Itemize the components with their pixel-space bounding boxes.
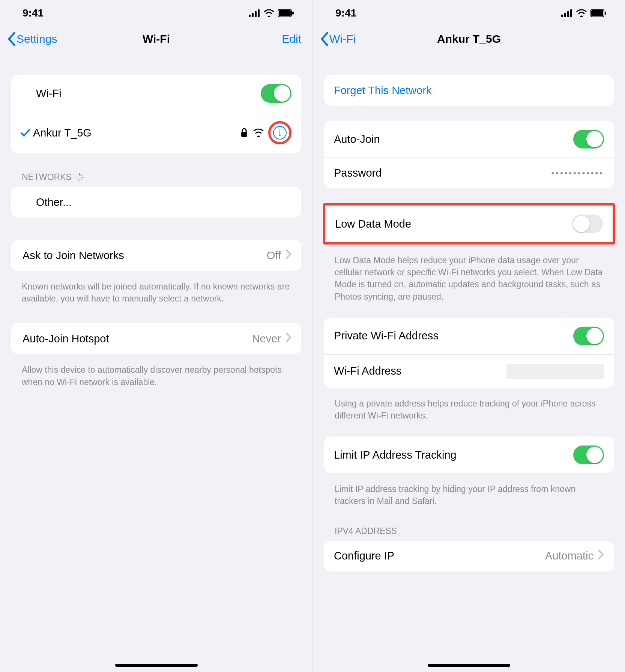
wifi-addr-row: Wi-Fi Address [324, 354, 614, 388]
hotspot-label: Auto-Join Hotspot [23, 333, 109, 345]
wifi-signal-icon [253, 129, 264, 137]
low-data-footer: Low Data Mode helps reduce your iPhone d… [324, 249, 614, 303]
wifi-addr-value-masked [506, 364, 604, 379]
lock-icon [240, 128, 248, 138]
current-network-name: Ankur T_5G [33, 127, 92, 139]
hotspot-value: Never [252, 333, 281, 345]
forget-network-row[interactable]: Forget This Network [324, 75, 614, 106]
status-icons [249, 9, 294, 17]
private-addr-toggle[interactable] [573, 327, 604, 345]
spinner-icon [75, 173, 84, 182]
hotspot-footer: Allow this device to automatically disco… [11, 358, 301, 388]
home-indicator[interactable] [428, 664, 510, 667]
configure-ip-value: Automatic [545, 550, 593, 562]
networks-header: NETWORKS [11, 168, 301, 187]
ask-join-row[interactable]: Ask to Join Networks Off [11, 240, 301, 271]
battery-icon [278, 9, 294, 17]
hotspot-group: Auto-Join Hotspot Never [11, 323, 301, 354]
svg-line-15 [77, 174, 78, 176]
private-addr-footer: Using a private address helps reduce tra… [324, 392, 614, 422]
ask-label: Ask to Join Networks [23, 249, 124, 262]
auto-join-toggle[interactable] [573, 130, 604, 148]
low-data-toggle[interactable] [572, 214, 603, 233]
limit-ip-row: Limit IP Address Tracking [324, 436, 614, 473]
other-label: Other... [36, 196, 72, 208]
wifi-icon [576, 9, 587, 17]
wifi-label: Wi-Fi [36, 87, 62, 100]
wifi-addr-label: Wi-Fi Address [334, 365, 401, 377]
wifi-icon [264, 9, 274, 17]
edit-button[interactable]: Edit [282, 33, 301, 45]
cellular-icon [561, 9, 572, 17]
limit-ip-label: Limit IP Address Tracking [334, 449, 457, 461]
svg-rect-7 [241, 132, 247, 137]
svg-rect-1 [252, 13, 254, 17]
back-label: Settings [17, 33, 57, 45]
password-row[interactable]: Password •••••••••••• [324, 158, 614, 188]
limit-ip-group: Limit IP Address Tracking [324, 436, 614, 473]
password-value: •••••••••••• [551, 168, 604, 178]
nav-title: Ankur T_5G [313, 33, 625, 45]
right-screen: 9:41 Wi-Fi Ankur T_5G Forget This Networ… [312, 0, 625, 672]
back-button[interactable]: Wi-Fi [320, 32, 356, 46]
status-time: 9:41 [335, 7, 356, 19]
hotspot-row[interactable]: Auto-Join Hotspot Never [11, 323, 301, 354]
svg-rect-22 [605, 12, 606, 15]
wifi-toggle-row: Wi-Fi [11, 75, 301, 112]
auto-join-label: Auto-Join [334, 133, 380, 146]
battery-icon [590, 9, 606, 17]
private-addr-label: Private Wi-Fi Address [334, 330, 439, 342]
ask-group: Ask to Join Networks Off [11, 240, 301, 271]
chevron-right-icon [285, 333, 291, 345]
limit-ip-footer: Limit IP address tracking by hiding your… [324, 478, 614, 507]
status-bar: 9:41 [0, 0, 312, 26]
low-data-label: Low Data Mode [335, 218, 411, 230]
status-time: 9:41 [23, 7, 44, 19]
status-icons [561, 9, 606, 17]
current-network-row[interactable]: Ankur T_5G i [11, 112, 301, 153]
info-icon[interactable]: i [273, 126, 287, 140]
svg-rect-17 [564, 13, 566, 17]
low-data-group-highlight: Low Data Mode [323, 203, 615, 244]
ask-value: Off [267, 249, 281, 262]
svg-rect-18 [567, 11, 569, 17]
chevron-left-icon [320, 32, 329, 46]
configure-ip-label: Configure IP [334, 550, 394, 562]
wifi-toggle[interactable] [261, 84, 291, 103]
auto-join-row: Auto-Join [324, 121, 614, 158]
cellular-icon [249, 9, 260, 17]
wifi-main-group: Wi-Fi Ankur T_5G i [11, 75, 301, 153]
forget-group: Forget This Network [324, 75, 614, 106]
svg-rect-5 [279, 10, 291, 16]
svg-rect-19 [570, 9, 572, 17]
networks-group: Other... [11, 187, 301, 218]
svg-rect-2 [255, 11, 257, 17]
nav-bar: Settings Wi-Fi Edit [0, 26, 312, 56]
home-indicator[interactable] [115, 664, 198, 667]
info-button-highlight: i [268, 121, 291, 144]
ipv4-group: Configure IP Automatic [324, 541, 614, 572]
other-network-row[interactable]: Other... [11, 187, 301, 218]
svg-rect-16 [561, 15, 563, 17]
ipv4-header: IPV4 ADDRESS [324, 522, 614, 541]
low-data-row: Low Data Mode [325, 206, 613, 242]
autojoin-group: Auto-Join Password •••••••••••• [324, 121, 614, 188]
configure-ip-row[interactable]: Configure IP Automatic [324, 541, 614, 572]
nav-bar: Wi-Fi Ankur T_5G [313, 26, 625, 56]
chevron-right-icon [285, 249, 291, 262]
svg-rect-0 [249, 15, 251, 17]
svg-rect-3 [258, 9, 260, 17]
private-addr-group: Private Wi-Fi Address Wi-Fi Address [324, 318, 614, 388]
limit-ip-toggle[interactable] [573, 446, 604, 464]
back-button[interactable]: Settings [8, 32, 57, 46]
chevron-left-icon [8, 32, 16, 46]
ask-footer: Known networks will be joined automatica… [11, 275, 301, 304]
private-addr-row: Private Wi-Fi Address [324, 318, 614, 354]
svg-line-13 [77, 179, 78, 180]
svg-line-9 [81, 174, 82, 176]
svg-line-11 [81, 179, 82, 180]
status-bar: 9:41 [313, 0, 625, 26]
back-label: Wi-Fi [329, 33, 356, 45]
forget-label: Forget This Network [334, 84, 432, 97]
svg-rect-21 [591, 10, 603, 16]
